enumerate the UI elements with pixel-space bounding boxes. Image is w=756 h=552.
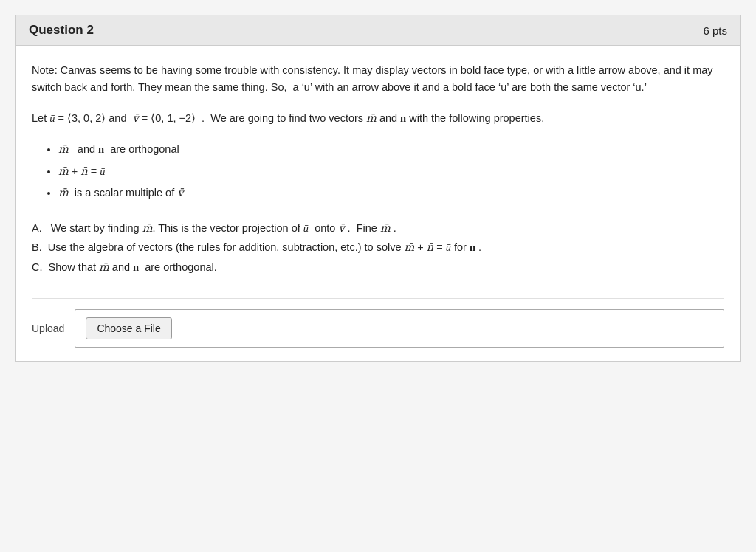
question-points: 6 pts — [703, 24, 727, 37]
choose-file-button[interactable]: Choose a File — [86, 317, 171, 339]
bullet-item-3: m̄ is a scalar multiple of v̄ — [58, 183, 724, 204]
note-text: Note: Canvas seems to be having some tro… — [32, 62, 724, 96]
question-card: Question 2 6 pts Note: Canvas seems to b… — [15, 15, 741, 362]
question-header: Question 2 6 pts — [16, 15, 740, 46]
question-body: Note: Canvas seems to be having some tro… — [16, 46, 740, 361]
main-problem: Let ū = ⟨3, 0, 2⟩ and v̄ = ⟨0, 1, −2⟩ . … — [32, 109, 724, 128]
bullet-item-2: m̄ + n̄ = ū — [58, 162, 724, 182]
part-a: A. We start by finding m̄. This is the v… — [32, 218, 724, 238]
upload-section: Upload Choose a File — [32, 298, 724, 348]
upload-label: Upload — [32, 322, 64, 334]
part-b: B. Use the algebra of vectors (the rules… — [32, 238, 724, 258]
bullet-item-1: m̄ and n are orthogonal — [58, 139, 724, 160]
question-title: Question 2 — [29, 23, 94, 38]
part-c: C. Show that m̄ and n are orthogonal. — [32, 258, 724, 277]
bullet-list: m̄ and n are orthogonal m̄ + n̄ = ū m̄ i… — [58, 139, 724, 204]
parts-section: A. We start by finding m̄. This is the v… — [32, 218, 724, 277]
upload-area: Choose a File — [75, 309, 724, 348]
